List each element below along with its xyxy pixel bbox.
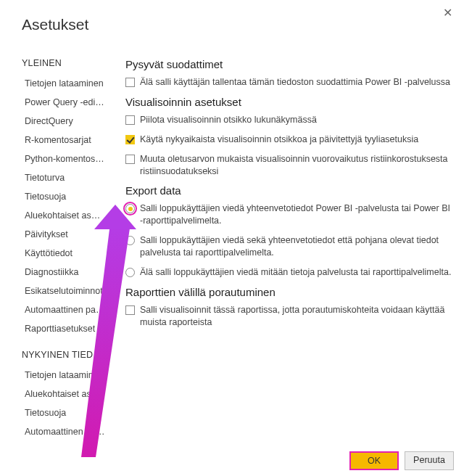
sidebar-item-r-scripts[interactable]: R-komentosarjat: [22, 132, 108, 148]
dialog-body: YLEINEN Tietojen lataaminen Power Query …: [0, 51, 464, 443]
option-export-none[interactable]: Älä salli loppukäyttäjien viedä mitään t…: [125, 266, 454, 279]
sidebar-item-autorecovery[interactable]: Automaattinen palautus: [22, 302, 108, 318]
settings-dialog: ✕ Asetukset YLEINEN Tietojen lataaminen …: [0, 0, 464, 476]
dialog-title: Asetukset: [0, 0, 464, 33]
option-export-summary-and-underlying[interactable]: Salli loppukäyttäjien viedä sekä yhteenv…: [125, 234, 454, 259]
sidebar-item-pq-editor[interactable]: Power Query -editori: [22, 94, 108, 110]
option-hide-visual-header[interactable]: Piilota visualisoinnin otsikko lukunäkym…: [125, 114, 454, 126]
option-label: Älä salli käyttäjän tallentaa tämän tied…: [140, 76, 454, 89]
sidebar-item-security[interactable]: Tietoturva: [22, 170, 108, 186]
sidebar-section-general: YLEINEN: [22, 58, 108, 68]
option-label: Salli loppukäyttäjien viedä sekä yhteenv…: [140, 234, 454, 259]
radio-icon: [125, 204, 135, 213]
ok-button[interactable]: OK: [349, 451, 399, 470]
option-export-summary[interactable]: Salli loppukäyttäjien viedä yhteenvetoti…: [125, 202, 454, 227]
sidebar-item-privacy[interactable]: Tietosuoja: [22, 189, 108, 205]
sidebar-item-diagnostics[interactable]: Diagnostiikka: [22, 264, 108, 280]
sidebar-section-current-file: NYKYINEN TIEDOSTO: [22, 350, 108, 360]
radio-icon: [125, 236, 135, 245]
option-label: Muuta oletusarvon mukaista visualisoinni…: [140, 153, 454, 178]
checkbox-icon: [125, 305, 135, 315]
sidebar-item-cf-regional[interactable]: Aluekohtaiset asetukset: [22, 386, 108, 402]
sidebar-item-directquery[interactable]: DirectQuery: [22, 113, 108, 129]
option-label: Käytä nykyaikaista visualisoinnin otsikk…: [140, 134, 454, 146]
sidebar: YLEINEN Tietojen lataaminen Power Query …: [0, 51, 112, 443]
dialog-footer: OK Peruuta: [349, 451, 454, 470]
option-label: Älä salli loppukäyttäjien viedä mitään t…: [140, 266, 454, 279]
sidebar-item-usage[interactable]: Käyttötiedot: [22, 245, 108, 261]
checkbox-icon: [125, 115, 135, 125]
option-disallow-save-filters[interactable]: Älä salli käyttäjän tallentaa tämän tied…: [125, 76, 454, 89]
content-pane: Pysyvät suodattimet Älä salli käyttäjän …: [112, 51, 464, 443]
sidebar-item-cf-privacy[interactable]: Tietosuoja: [22, 405, 108, 421]
section-export-data: Export data: [125, 184, 454, 197]
cancel-button[interactable]: Peruuta: [405, 451, 454, 470]
sidebar-item-regional[interactable]: Aluekohtaiset asetukset: [22, 208, 108, 223]
option-cross-filter-default[interactable]: Muuta oletusarvon mukaista visualisoinni…: [125, 153, 454, 178]
sidebar-item-cf-autorecovery[interactable]: Automaattinen palautus: [22, 424, 108, 440]
checkbox-icon: [125, 78, 135, 87]
option-modern-visual-header[interactable]: Käytä nykyaikaista visualisoinnin otsikk…: [125, 134, 454, 146]
section-cross-report-drill: Raporttien välillä porautuminen: [125, 286, 454, 298]
sidebar-item-cf-data-load[interactable]: Tietojen lataaminen: [22, 367, 108, 383]
radio-icon: [125, 268, 135, 277]
section-persistent-filters: Pysyvät suodattimet: [125, 58, 454, 70]
sidebar-item-updates[interactable]: Päivitykset: [22, 226, 108, 242]
section-visual-settings: Visualisoinnin asetukset: [125, 96, 454, 108]
close-button[interactable]: ✕: [439, 4, 457, 21]
option-label: Piilota visualisoinnin otsikko lukunäkym…: [140, 114, 454, 126]
sidebar-item-python-scripts[interactable]: Python-komentosarjat: [22, 151, 108, 167]
checkbox-icon: [125, 135, 135, 144]
option-label: Salli loppukäyttäjien viedä yhteenvetoti…: [140, 202, 454, 227]
sidebar-item-data-load[interactable]: Tietojen lataaminen: [22, 75, 108, 91]
sidebar-item-report-settings[interactable]: Raporttiasetukset: [22, 321, 108, 337]
checkbox-icon: [125, 155, 135, 164]
option-allow-cross-report-drill[interactable]: Salli visualisoinnit tässä raportissa, j…: [125, 304, 454, 329]
sidebar-item-preview[interactable]: Esikatselutoiminnot: [22, 283, 108, 299]
option-label: Salli visualisoinnit tässä raportissa, j…: [140, 304, 454, 329]
